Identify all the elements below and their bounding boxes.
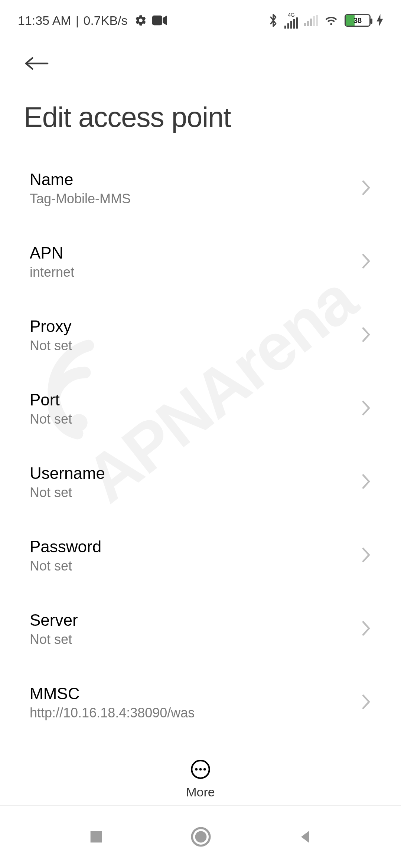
row-label: MMSC [30, 684, 195, 703]
row-username[interactable]: Username Not set [0, 445, 401, 519]
chevron-right-icon [361, 180, 371, 197]
row-label: Server [30, 611, 78, 629]
row-value: Not set [30, 411, 72, 427]
chevron-right-icon [361, 547, 371, 565]
row-name[interactable]: Name Tag-Mobile-MMS [0, 152, 401, 225]
status-bar: 11:35 AM | 0.7KB/s 4G 38 [0, 0, 401, 33]
more-button[interactable] [190, 759, 211, 780]
row-password[interactable]: Password Not set [0, 519, 401, 592]
charging-icon [376, 14, 383, 27]
status-netspeed: 0.7KB/s [84, 13, 128, 28]
settings-list: Name Tag-Mobile-MMS APN internet Proxy N… [0, 141, 401, 813]
chevron-right-icon [361, 473, 371, 491]
svg-point-5 [199, 768, 202, 771]
battery-icon: 38 [345, 14, 371, 27]
cell-signal-1: 4G [284, 12, 298, 29]
nav-back-button[interactable] [297, 829, 313, 845]
chevron-right-icon [361, 620, 371, 638]
row-value: Tag-Mobile-MMS [30, 191, 131, 207]
row-value: internet [30, 264, 74, 280]
status-left: 11:35 AM | 0.7KB/s [18, 13, 167, 28]
svg-rect-1 [152, 16, 162, 26]
row-proxy[interactable]: Proxy Not set [0, 299, 401, 372]
more-label: More [186, 785, 215, 799]
svg-rect-7 [90, 831, 102, 843]
video-icon [152, 15, 167, 26]
back-button[interactable] [24, 48, 54, 79]
chevron-right-icon [361, 253, 371, 271]
row-label: APN [30, 244, 74, 262]
signal-bars-icon [284, 17, 298, 29]
row-value: Not set [30, 632, 78, 647]
row-label: Name [30, 170, 131, 189]
header: Edit access point [0, 33, 401, 141]
nav-home-button[interactable] [190, 826, 211, 847]
bluetooth-icon [268, 14, 278, 27]
row-label: Username [30, 464, 105, 483]
row-value: Not set [30, 338, 72, 354]
status-4g: 4G [288, 12, 295, 17]
wifi-icon [324, 14, 339, 26]
page-title: Edit access point [24, 101, 377, 133]
row-label: Password [30, 537, 101, 556]
cell-signal-2-icon [304, 15, 318, 26]
row-label: Port [30, 391, 72, 409]
row-port[interactable]: Port Not set [0, 372, 401, 445]
row-mmsc[interactable]: MMSC http://10.16.18.4:38090/was [0, 666, 401, 739]
bottom-toolbar: More [0, 750, 401, 799]
row-apn[interactable]: APN internet [0, 225, 401, 299]
row-server[interactable]: Server Not set [0, 592, 401, 666]
row-value: http://10.16.18.4:38090/was [30, 705, 195, 721]
chevron-right-icon [361, 400, 371, 418]
row-label: Proxy [30, 317, 72, 336]
chevron-right-icon [361, 326, 371, 344]
status-right: 4G 38 [268, 12, 383, 29]
status-time: 11:35 AM [18, 13, 71, 28]
svg-point-4 [195, 768, 198, 771]
chevron-right-icon [361, 694, 371, 711]
row-value: Not set [30, 558, 101, 574]
gear-icon [134, 14, 147, 27]
row-value: Not set [30, 485, 105, 500]
arrow-left-icon [24, 54, 50, 73]
nav-bar [0, 805, 401, 868]
battery-pct: 38 [346, 16, 369, 25]
svg-point-9 [195, 831, 207, 843]
svg-point-6 [203, 768, 206, 771]
nav-recent-button[interactable] [88, 828, 105, 845]
status-sep: | [74, 13, 81, 28]
